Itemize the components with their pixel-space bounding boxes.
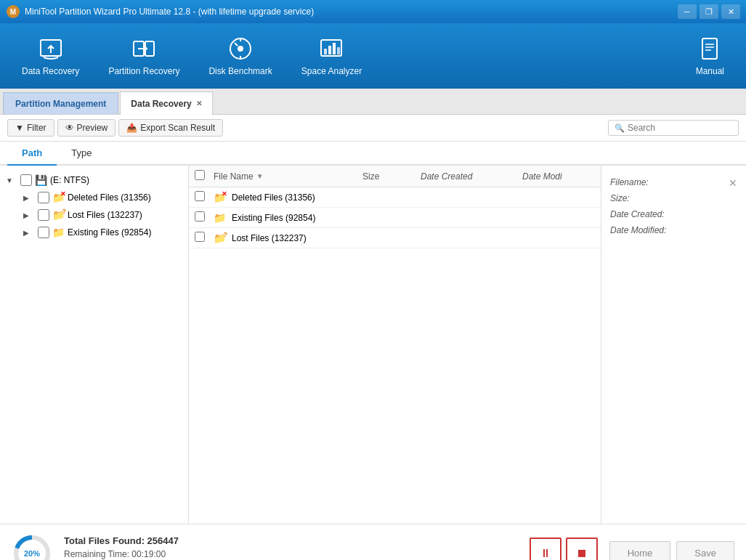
tree-lost-files[interactable]: ▶ 📁 ? Lost Files (132237) bbox=[0, 206, 188, 224]
tree-deleted-files[interactable]: ▶ 📁 ✕ Deleted Files (31356) bbox=[0, 189, 188, 206]
search-icon: 🔍 bbox=[615, 123, 625, 133]
svg-point-8 bbox=[238, 46, 243, 52]
top-nav: Data Recovery Partition Recovery Disk Be… bbox=[0, 23, 746, 89]
nav-partition-recovery-label: Partition Recovery bbox=[108, 66, 179, 76]
home-button[interactable]: Home bbox=[609, 541, 671, 560]
search-input[interactable] bbox=[628, 123, 729, 133]
window-controls: ─ ❐ ✕ bbox=[678, 4, 740, 19]
search-box: 🔍 bbox=[608, 120, 739, 136]
preview-button[interactable]: 👁 Preview bbox=[57, 119, 116, 137]
row-lost-filename: 📁 ? Lost Files (132237) bbox=[214, 232, 362, 244]
drive-icon: 💾 bbox=[35, 174, 47, 186]
col-filename-header[interactable]: File Name ▼ bbox=[214, 171, 362, 182]
tree-lost-label: Lost Files (132237) bbox=[68, 210, 142, 220]
tab-close-icon[interactable]: ✕ bbox=[196, 100, 202, 107]
export-icon: 📤 bbox=[126, 123, 137, 133]
lost-folder-icon: 📁 ? bbox=[52, 209, 65, 221]
tree-expand-lost-icon[interactable]: ▶ bbox=[23, 211, 35, 219]
filter-button[interactable]: ▼ Filter bbox=[7, 119, 54, 137]
tab-partition-management[interactable]: Partition Management bbox=[3, 92, 118, 114]
file-table-empty-area bbox=[189, 248, 601, 524]
tree-root-checkbox[interactable] bbox=[20, 174, 32, 186]
table-row[interactable]: 📁 ✕ Deleted Files (31356) bbox=[189, 187, 601, 208]
tree-existing-files[interactable]: ▶ 📁 Existing Files (92854) bbox=[0, 224, 188, 241]
tab-type[interactable]: Type bbox=[57, 142, 106, 166]
col-size-header[interactable]: Size bbox=[362, 171, 421, 182]
deleted-folder-icon: 📁 ✕ bbox=[52, 192, 65, 203]
svg-rect-13 bbox=[328, 46, 331, 54]
nav-disk-benchmark-label: Disk Benchmark bbox=[208, 66, 272, 76]
tree-existing-checkbox[interactable] bbox=[38, 227, 49, 238]
date-modified-label: Date Modified: bbox=[610, 225, 737, 235]
existing-folder-icon: 📁 bbox=[52, 227, 65, 238]
action-buttons: Home Save bbox=[609, 541, 734, 560]
remaining-time: Remaining Time: 00:19:00 bbox=[64, 549, 518, 559]
table-row[interactable]: 📁 ? Lost Files (132237) bbox=[189, 228, 601, 248]
row-existing-folder-icon: 📁 bbox=[214, 212, 226, 224]
svg-rect-14 bbox=[333, 43, 336, 54]
app-title: MiniTool Partition Wizard Pro Ultimate 1… bbox=[25, 7, 678, 17]
nav-data-recovery-label: Data Recovery bbox=[22, 66, 79, 76]
main-content: ▼ 💾 (E: NTFS) ▶ 📁 ✕ Deleted Files (31356… bbox=[0, 166, 746, 524]
save-button[interactable]: Save bbox=[676, 541, 734, 560]
progress-percent: 20% bbox=[24, 549, 40, 558]
row-lost-folder-icon: 📁 ? bbox=[214, 232, 226, 244]
restore-button[interactable]: ❐ bbox=[700, 4, 718, 19]
col-modified-header[interactable]: Date Modi bbox=[522, 171, 595, 182]
nav-space-analyzer-label: Space Analyzer bbox=[301, 66, 362, 76]
tree-expand-icon[interactable]: ▼ bbox=[6, 176, 17, 184]
tree-deleted-checkbox[interactable] bbox=[38, 192, 49, 203]
tree-root-item[interactable]: ▼ 💾 (E: NTFS) bbox=[0, 171, 188, 189]
col-created-header[interactable]: Date Created bbox=[421, 171, 522, 182]
properties-close-icon[interactable]: ✕ bbox=[729, 177, 737, 189]
media-controls: ⏸ ⏹ bbox=[530, 537, 598, 561]
manual-icon bbox=[697, 36, 723, 62]
app-logo-icon: M bbox=[6, 4, 20, 19]
date-created-label: Date Created: bbox=[610, 209, 737, 219]
tree-lost-checkbox[interactable] bbox=[38, 209, 49, 221]
tab-data-recovery[interactable]: Data Recovery ✕ bbox=[120, 92, 212, 115]
nav-item-space-analyzer[interactable]: Space Analyzer bbox=[287, 30, 376, 82]
tab-path[interactable]: Path bbox=[7, 142, 57, 166]
filter-icon: ▼ bbox=[15, 123, 24, 133]
total-files: Total Files Found: 256447 bbox=[64, 535, 518, 546]
export-button[interactable]: 📤 Export Scan Result bbox=[118, 119, 223, 137]
row-existing-checkbox[interactable] bbox=[195, 211, 205, 222]
tab-bar: Partition Management Data Recovery ✕ bbox=[0, 89, 746, 115]
tree-existing-label: Existing Files (92854) bbox=[68, 227, 151, 238]
pause-button[interactable]: ⏸ bbox=[530, 537, 561, 561]
row-lost-checkbox[interactable] bbox=[195, 232, 205, 242]
view-tabs: Path Type bbox=[0, 142, 746, 166]
nav-item-disk-benchmark[interactable]: Disk Benchmark bbox=[194, 30, 286, 82]
nav-item-manual[interactable]: Manual bbox=[681, 30, 739, 82]
tree-root-label: (E: NTFS) bbox=[50, 175, 89, 185]
filename-label: Filename: bbox=[610, 177, 737, 187]
nav-item-data-recovery[interactable]: Data Recovery bbox=[7, 30, 94, 82]
nav-item-partition-recovery[interactable]: Partition Recovery bbox=[94, 30, 194, 82]
sort-icon: ▼ bbox=[256, 172, 264, 180]
space-analyzer-icon bbox=[318, 36, 344, 62]
row-deleted-checkbox[interactable] bbox=[195, 191, 205, 201]
toolbar: ▼ Filter 👁 Preview 📤 Export Scan Result … bbox=[0, 115, 746, 142]
file-panel: File Name ▼ Size Date Created Date Modi … bbox=[189, 166, 601, 524]
data-recovery-icon bbox=[38, 36, 64, 62]
stop-button[interactable]: ⏹ bbox=[566, 537, 598, 561]
status-info: Total Files Found: 256447 Remaining Time… bbox=[64, 535, 518, 560]
table-row[interactable]: 📁 Existing Files (92854) bbox=[189, 208, 601, 228]
status-bar: 20% Total Files Found: 256447 Remaining … bbox=[0, 524, 746, 560]
tree-expand-deleted-icon[interactable]: ▶ bbox=[23, 194, 35, 202]
tree-deleted-label: Deleted Files (31356) bbox=[68, 192, 151, 203]
pause-icon: ⏸ bbox=[540, 547, 551, 560]
size-label: Size: bbox=[610, 193, 737, 203]
minimize-button[interactable]: ─ bbox=[678, 4, 697, 19]
partition-recovery-icon bbox=[131, 36, 157, 62]
svg-text:M: M bbox=[10, 8, 16, 16]
tree-expand-existing-icon[interactable]: ▶ bbox=[23, 229, 35, 237]
close-button[interactable]: ✕ bbox=[721, 4, 740, 19]
nav-manual-label: Manual bbox=[696, 66, 724, 76]
select-all-checkbox[interactable] bbox=[195, 170, 205, 180]
tree-panel: ▼ 💾 (E: NTFS) ▶ 📁 ✕ Deleted Files (31356… bbox=[0, 166, 189, 524]
title-bar: M MiniTool Partition Wizard Pro Ultimate… bbox=[0, 0, 746, 23]
file-table-header: File Name ▼ Size Date Created Date Modi bbox=[189, 166, 601, 187]
progress-circle: 20% bbox=[12, 533, 52, 561]
